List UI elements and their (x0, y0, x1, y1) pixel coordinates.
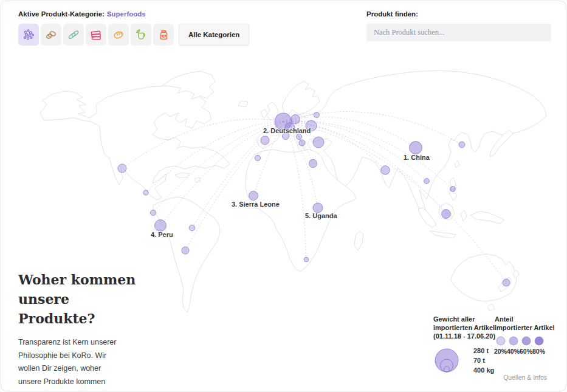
category-button-spreads[interactable] (153, 24, 174, 46)
continent-south-america (153, 197, 220, 312)
weight-circle-280t (435, 349, 458, 372)
continent-taiwan (455, 160, 459, 168)
map-marker-egypt[interactable] (309, 159, 317, 167)
map-marker-india[interactable] (381, 166, 390, 175)
active-category-value: Superfoods (107, 10, 146, 18)
share-legend-steps: 20%40%60%80% (494, 336, 545, 355)
continent-java (430, 231, 456, 238)
berries-icon (21, 27, 36, 42)
koro-origin-map-card: Aktive Produkt-Kategorie:Superfoods Alle… (1, 1, 566, 391)
share-circle (496, 336, 506, 346)
share-legend-title-line1: Anteil (495, 315, 555, 323)
page-title-line1: Woher kommen (18, 270, 146, 289)
category-button-dried-fruit[interactable] (63, 24, 84, 46)
nuts-icon (44, 27, 58, 42)
map-marker-uganda[interactable] (313, 203, 323, 213)
continent-sumatra (418, 208, 436, 227)
map-marker-ecuador[interactable] (150, 210, 156, 215)
continent-hispaniola (194, 177, 201, 182)
category-button-bars[interactable] (86, 24, 106, 46)
search-label: Produkt finden: (366, 10, 418, 18)
share-legend-title-line2: importierter Artikel (495, 323, 555, 332)
map-label-uganda: 5. Uganda (305, 212, 337, 219)
map-marker-korea[interactable] (459, 142, 465, 148)
all-categories-button[interactable]: Alle Kategorien (179, 24, 249, 46)
weight-legend-circles (433, 345, 462, 373)
category-button-superfoods[interactable] (18, 24, 39, 46)
page-title-line2: unsere Produkte? (18, 289, 146, 328)
category-button-nuts[interactable] (41, 24, 61, 46)
share-percent-label: 80% (532, 348, 545, 355)
map-marker-sierra-leone[interactable] (249, 191, 258, 201)
map-marker-peru[interactable] (155, 220, 167, 232)
continent-europe-ireland (261, 109, 267, 118)
map-label-sierra-leone: 3. Sierra Leone (232, 201, 280, 208)
snack-bars-icon (89, 27, 103, 42)
continent-tasmania (487, 304, 495, 311)
search-input[interactable] (366, 24, 551, 41)
map-marker-north-italy[interactable] (297, 134, 302, 140)
share-legend-title: Anteil importierter Artikel (495, 315, 555, 332)
map-marker-turkey[interactable] (313, 137, 324, 148)
share-step-40%: 40% (507, 336, 520, 355)
map-marker-baltic[interactable] (314, 112, 320, 118)
weight-legend-date-range: (01.11.18 - 17.06.20) (433, 332, 495, 340)
page-title: Woher kommen unsere Produkte? (18, 270, 146, 328)
map-marker-south-italy[interactable] (299, 140, 305, 146)
continent-new-guinea (470, 211, 504, 224)
weight-legend-title-line1: Gewicht aller (433, 315, 495, 323)
weight-size-label: 70 t (473, 356, 494, 365)
map-marker-paraguay[interactable] (182, 247, 189, 254)
share-circle (509, 336, 518, 346)
sources-link[interactable]: Quellen & Infos (503, 374, 547, 381)
map-marker-poland[interactable] (291, 115, 300, 124)
map-marker-spain[interactable] (261, 136, 269, 145)
share-percent-label: 60% (520, 348, 532, 355)
continent-north-america (40, 86, 230, 200)
weight-legend-title-line2: importierten Artikel (433, 323, 495, 332)
map-label-china: 1. China (404, 154, 430, 161)
map-marker-costa-rica[interactable] (143, 190, 148, 195)
intro-paragraph: Transparenz ist Kern unserer Philosophie… (18, 336, 117, 391)
map-marker-new-zealand[interactable] (503, 279, 510, 286)
share-circle (521, 336, 531, 346)
continent-scandinavia (282, 81, 320, 115)
category-button-drinks[interactable] (131, 24, 151, 46)
map-marker-south-africa[interactable] (304, 257, 309, 262)
share-circle (534, 336, 544, 346)
bread-icon (111, 27, 126, 42)
map-marker-brazil[interactable] (189, 225, 195, 231)
continent-sulawesi (461, 210, 467, 221)
active-category-line: Aktive Produkt-Kategorie:Superfoods (18, 10, 146, 18)
intro-section: Woher kommen unsere Produkte? Transparen… (18, 270, 146, 391)
continent-australia (451, 254, 517, 301)
map-marker-morocco[interactable] (255, 155, 260, 160)
map-marker-philippines[interactable] (450, 187, 456, 192)
continent-madagascar (354, 231, 363, 250)
share-percent-label: 20% (494, 348, 507, 355)
jar-icon (156, 27, 171, 42)
share-step-20%: 20% (494, 336, 507, 355)
drink-leaf-icon (134, 27, 148, 42)
weight-size-label: 400 kg (473, 365, 494, 375)
share-step-60%: 60% (520, 336, 532, 355)
map-marker-vietnam[interactable] (424, 179, 430, 184)
share-step-80%: 80% (532, 336, 545, 355)
weight-legend-title: Gewicht aller importierten Artikel (01.1… (433, 315, 495, 340)
map-marker-indonesia[interactable] (442, 210, 451, 219)
dried-fruit-icon (66, 27, 81, 42)
continent-iceland (238, 101, 248, 107)
category-button-row (18, 24, 174, 46)
map-marker-china[interactable] (410, 142, 422, 154)
map-label-peru: 4. Peru (151, 231, 173, 238)
map-label-deutschland: 2. Deutschland (263, 127, 311, 134)
share-percent-label: 40% (507, 348, 520, 355)
weight-size-label: 280 t (473, 346, 494, 356)
active-category-label: Aktive Produkt-Kategorie: (18, 10, 105, 18)
intro-body-text: Transparenz ist Kern unserer Philosophie… (18, 338, 116, 391)
category-button-bread[interactable] (108, 24, 129, 46)
map-marker-mexico[interactable] (118, 164, 126, 173)
weight-legend-labels: 280 t70 t400 kg (473, 346, 494, 375)
continent-cuba (175, 173, 190, 177)
